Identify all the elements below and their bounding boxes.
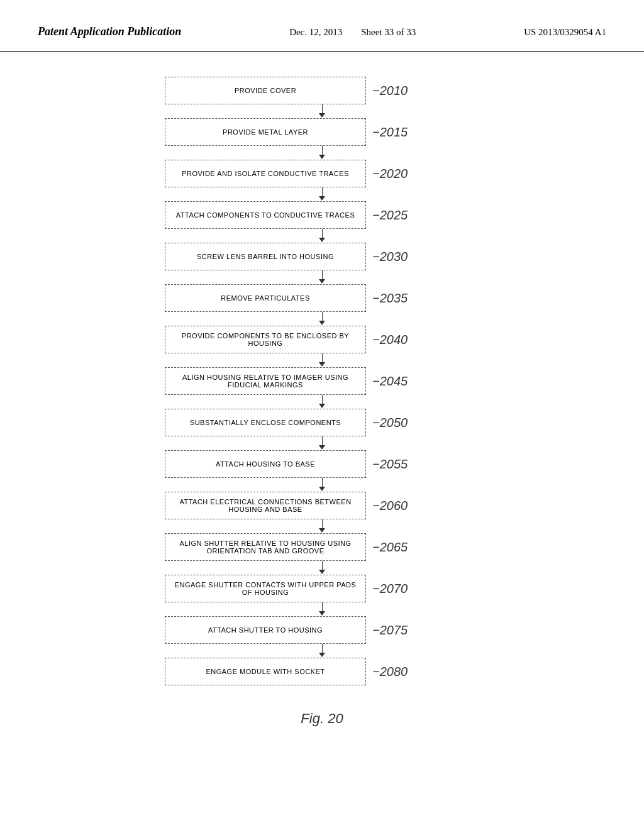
flow-box-2035: REMOVE PARTICULATES (165, 284, 366, 312)
arrow-head (319, 196, 325, 201)
arrow-head (319, 155, 325, 159)
arrow-head (319, 487, 325, 491)
flow-step-label-2065: −2065 (372, 540, 408, 555)
flow-arrow (221, 187, 423, 201)
arrow-head (319, 279, 325, 284)
flow-step-label-2075: −2075 (372, 623, 408, 638)
flow-box-2020: PROVIDE AND ISOLATE CONDUCTIVE TRACES (165, 160, 366, 187)
flow-step: SCREW LENS BARREL INTO HOUSING−2030 (165, 243, 479, 270)
arrow-head (319, 611, 325, 616)
flow-step-label-2055: −2055 (372, 457, 408, 472)
flow-step-label-2050: −2050 (372, 416, 408, 430)
flow-step: ALIGN SHUTTER RELATIVE TO HOUSING USING … (165, 533, 479, 561)
flow-step: ALIGN HOUSING RELATIVE TO IMAGER USING F… (165, 367, 479, 395)
flow-step-label-2035: −2035 (372, 291, 408, 306)
flow-arrow (221, 104, 423, 118)
flow-box-2070: ENGAGE SHUTTER CONTACTS WITH UPPER PADS … (165, 575, 366, 602)
flow-arrow (221, 146, 423, 160)
flow-box-2015: PROVIDE METAL LAYER (165, 118, 366, 146)
arrow-head (319, 321, 325, 325)
arrow-head (319, 445, 325, 450)
flow-step-label-2080: −2080 (372, 665, 408, 679)
flow-box-2060: ATTACH ELECTRICAL CONNECTIONS BETWEEN HO… (165, 492, 366, 519)
flow-step-label-2020: −2020 (372, 167, 408, 181)
flow-step-label-2040: −2040 (372, 333, 408, 347)
flow-step: ENGAGE SHUTTER CONTACTS WITH UPPER PADS … (165, 575, 479, 602)
flow-step: ATTACH ELECTRICAL CONNECTIONS BETWEEN HO… (165, 492, 479, 519)
main-content: PROVIDE COVER−2010PROVIDE METAL LAYER−20… (0, 52, 644, 765)
header-meta: Dec. 12, 2013 Sheet 33 of 33 (289, 27, 416, 38)
arrow-head (319, 238, 325, 242)
flow-box-2045: ALIGN HOUSING RELATIVE TO IMAGER USING F… (165, 367, 366, 395)
publication-date: Dec. 12, 2013 (289, 27, 342, 38)
flow-step-label-2070: −2070 (372, 582, 408, 596)
flow-step: ENGAGE MODULE WITH SOCKET−2080 (165, 658, 479, 685)
arrow-head (319, 362, 325, 367)
flow-arrow (221, 602, 423, 616)
arrow-head (319, 404, 325, 408)
flow-step-label-2030: −2030 (372, 250, 408, 264)
sheet-info: Sheet 33 of 33 (361, 27, 416, 38)
flow-step-label-2060: −2060 (372, 499, 408, 513)
flow-arrow (221, 229, 423, 243)
flow-step: ATTACH HOUSING TO BASE−2055 (165, 450, 479, 478)
flow-step: ATTACH SHUTTER TO HOUSING−2075 (165, 616, 479, 644)
flow-arrow (221, 395, 423, 409)
arrow-head (319, 653, 325, 657)
flow-arrow (221, 478, 423, 492)
flow-step-label-2015: −2015 (372, 125, 408, 140)
flow-box-2010: PROVIDE COVER (165, 77, 366, 104)
arrow-head (319, 113, 325, 118)
flowchart: PROVIDE COVER−2010PROVIDE METAL LAYER−20… (165, 77, 479, 685)
flow-arrow (221, 644, 423, 658)
flow-step: PROVIDE METAL LAYER−2015 (165, 118, 479, 146)
flow-arrow (221, 270, 423, 284)
flow-box-2040: PROVIDE COMPONENTS TO BE ENCLOSED BY HOU… (165, 326, 366, 353)
flow-box-2050: SUBSTANTIALLY ENCLOSE COMPONENTS (165, 409, 366, 436)
flow-step: SUBSTANTIALLY ENCLOSE COMPONENTS−2050 (165, 409, 479, 436)
flow-step: PROVIDE COVER−2010 (165, 77, 479, 104)
publication-title: Patent Application Publication (38, 25, 181, 38)
flow-box-2025: ATTACH COMPONENTS TO CONDUCTIVE TRACES (165, 201, 366, 229)
flow-step-label-2045: −2045 (372, 374, 408, 389)
flow-box-2065: ALIGN SHUTTER RELATIVE TO HOUSING USING … (165, 533, 366, 561)
flow-step: REMOVE PARTICULATES−2035 (165, 284, 479, 312)
flow-step: ATTACH COMPONENTS TO CONDUCTIVE TRACES−2… (165, 201, 479, 229)
patent-number: US 2013/0329054 A1 (524, 27, 606, 38)
figure-caption: Fig. 20 (301, 711, 343, 727)
flow-step: PROVIDE COMPONENTS TO BE ENCLOSED BY HOU… (165, 326, 479, 353)
flow-box-2030: SCREW LENS BARREL INTO HOUSING (165, 243, 366, 270)
flow-step-label-2010: −2010 (372, 84, 408, 98)
flow-step: PROVIDE AND ISOLATE CONDUCTIVE TRACES−20… (165, 160, 479, 187)
flow-arrow (221, 312, 423, 326)
patent-page: Patent Application Publication Dec. 12, … (0, 0, 644, 830)
flow-box-2080: ENGAGE MODULE WITH SOCKET (165, 658, 366, 685)
flow-arrow (221, 561, 423, 575)
arrow-head (319, 528, 325, 533)
flow-box-2075: ATTACH SHUTTER TO HOUSING (165, 616, 366, 644)
flow-arrow (221, 353, 423, 367)
flow-arrow (221, 436, 423, 450)
arrow-head (319, 570, 325, 574)
flow-step-label-2025: −2025 (372, 208, 408, 223)
page-header: Patent Application Publication Dec. 12, … (0, 0, 644, 52)
flow-box-2055: ATTACH HOUSING TO BASE (165, 450, 366, 478)
flow-arrow (221, 519, 423, 533)
